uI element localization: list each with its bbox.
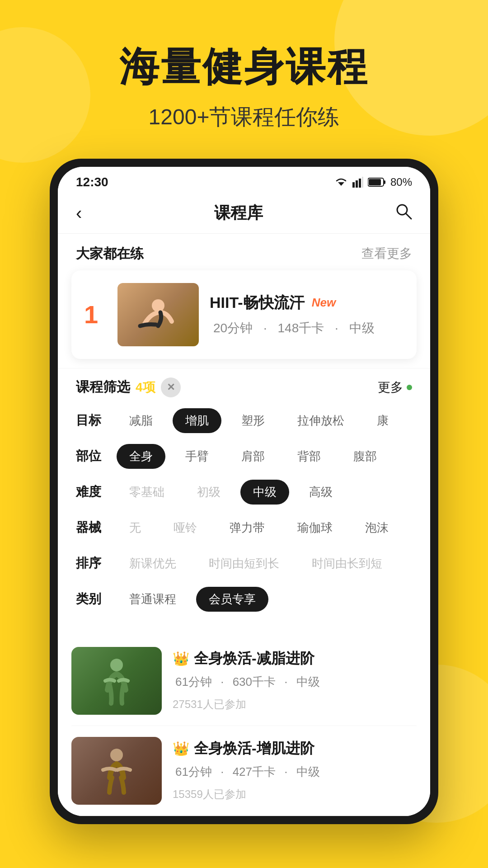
tag-fat-loss[interactable]: 减脂 xyxy=(117,408,165,433)
status-icons: 80% xyxy=(334,176,412,189)
filter-row-category: 类别 普通课程 会员专享 xyxy=(76,587,412,612)
svg-rect-6 xyxy=(384,180,385,184)
tag-member[interactable]: 会员专享 xyxy=(196,587,268,612)
tag-full-body[interactable]: 全身 xyxy=(117,444,165,469)
back-button[interactable]: ‹ xyxy=(76,203,82,223)
tag-back[interactable]: 背部 xyxy=(285,444,333,469)
filter-more[interactable]: 更多 xyxy=(378,379,412,396)
phone-mockup: 12:30 xyxy=(50,159,438,824)
course-title-1: 全身焕活-减脂进阶 xyxy=(194,649,314,669)
dot2: · xyxy=(284,675,287,689)
popular-section-header: 大家都在练 查看更多 xyxy=(58,234,430,270)
course-image-2 xyxy=(71,737,162,805)
filter-text: 课程筛选 xyxy=(76,378,130,396)
status-bar: 12:30 xyxy=(58,167,430,193)
tag-sort-new[interactable]: 新课优先 xyxy=(117,551,189,576)
search-icon xyxy=(395,203,412,220)
course-info-2: 👑 全身焕活-增肌进阶 61分钟 · 427千卡 · 中级 15359人已参加 xyxy=(173,737,417,805)
filter-more-label: 更多 xyxy=(378,379,403,396)
filter-clear-button[interactable]: ✕ xyxy=(161,377,181,397)
nav-bar: ‹ 课程库 xyxy=(58,193,430,234)
featured-duration: 20分钟 xyxy=(213,321,253,335)
featured-image xyxy=(117,283,199,346)
phone-screen: 12:30 xyxy=(58,167,430,816)
tag-dumbbell[interactable]: 哑铃 xyxy=(161,515,210,540)
signal-icon xyxy=(352,177,363,188)
filter-tags-difficulty: 零基础 初级 中级 高级 xyxy=(117,480,412,505)
tag-foam-roller[interactable]: 泡沫 xyxy=(352,515,401,540)
course-duration-2: 61分钟 xyxy=(175,765,212,778)
course-list: 👑 全身焕活-减脂进阶 61分钟 · 630千卡 · 中级 27531人已参加 xyxy=(58,632,430,816)
course-item-1[interactable]: 👑 全身焕活-减脂进阶 61分钟 · 630千卡 · 中级 27531人已参加 xyxy=(71,636,417,726)
tag-stretch[interactable]: 拉伸放松 xyxy=(285,408,357,433)
tag-muscle-gain[interactable]: 增肌 xyxy=(173,408,221,433)
course-level-2: 中级 xyxy=(296,765,320,778)
course-meta-1: 61分钟 · 630千卡 · 中级 xyxy=(173,674,417,690)
course-title-row-2: 👑 全身焕活-增肌进阶 xyxy=(173,739,417,759)
page-background: 海量健身课程 1200+节课程任你练 12:30 xyxy=(0,0,488,868)
dot-separator-2: · xyxy=(335,321,338,335)
tag-rehab[interactable]: 康 xyxy=(364,408,401,433)
tag-beginner[interactable]: 零基础 xyxy=(117,480,177,505)
tag-sort-short-to-long[interactable]: 时间由短到长 xyxy=(196,551,292,576)
svg-point-10 xyxy=(152,299,164,312)
svg-marker-0 xyxy=(338,182,344,186)
featured-rank: 1 xyxy=(84,300,107,329)
filter-category-difficulty: 难度 xyxy=(76,483,108,500)
header-section: 海量健身课程 1200+节课程任你练 xyxy=(0,0,488,159)
dot4: · xyxy=(284,765,287,778)
status-time: 12:30 xyxy=(76,175,108,189)
filter-tags-equipment: 无 哑铃 弹力带 瑜伽球 泡沫 xyxy=(117,515,412,540)
course-workout-1 xyxy=(85,654,148,708)
new-badge: New xyxy=(312,296,336,310)
filter-category-body: 部位 xyxy=(76,448,108,465)
svg-rect-4 xyxy=(362,177,363,188)
filter-section: 课程筛选 4项 ✕ 更多 目标 减脂 xyxy=(58,368,430,632)
svg-rect-7 xyxy=(369,179,381,185)
filter-label: 课程筛选 4项 ✕ xyxy=(76,377,181,397)
wifi-icon xyxy=(334,177,348,188)
filter-row-sort: 排序 新课优先 时间由短到长 时间由长到短 xyxy=(76,551,412,576)
tag-arms[interactable]: 手臂 xyxy=(173,444,221,469)
filter-category-type: 类别 xyxy=(76,590,108,608)
svg-line-9 xyxy=(406,213,411,219)
filter-tags-category: 普通课程 会员专享 xyxy=(117,587,412,612)
featured-course-title: HIIT-畅快流汗 xyxy=(210,292,305,313)
nav-title: 课程库 xyxy=(214,202,263,224)
crown-icon-1: 👑 xyxy=(173,651,189,666)
crown-icon-2: 👑 xyxy=(173,741,189,756)
tag-shoulders[interactable]: 肩部 xyxy=(229,444,277,469)
tag-intermediate[interactable]: 中级 xyxy=(240,480,289,505)
course-calories-1: 630千卡 xyxy=(233,675,276,689)
course-meta-2: 61分钟 · 427千卡 · 中级 xyxy=(173,764,417,780)
tag-regular[interactable]: 普通课程 xyxy=(117,587,189,612)
more-dot xyxy=(407,385,412,390)
svg-rect-3 xyxy=(359,179,361,188)
tag-abs[interactable]: 腹部 xyxy=(341,444,389,469)
main-title: 海量健身课程 xyxy=(0,45,488,89)
svg-rect-1 xyxy=(352,182,355,188)
tag-sort-long-to-short[interactable]: 时间由长到短 xyxy=(299,551,395,576)
filter-category-goal: 目标 xyxy=(76,412,108,429)
search-button[interactable] xyxy=(395,203,412,224)
filter-count: 4项 xyxy=(136,379,155,396)
phone-wrapper: 12:30 xyxy=(0,159,488,824)
filter-tags-sort: 新课优先 时间由短到长 时间由长到短 xyxy=(117,551,412,576)
tag-shape[interactable]: 塑形 xyxy=(229,408,277,433)
course-calories-2: 427千卡 xyxy=(233,765,276,778)
featured-calories: 148千卡 xyxy=(278,321,324,335)
tag-no-equipment[interactable]: 无 xyxy=(117,515,154,540)
popular-more[interactable]: 查看更多 xyxy=(361,245,412,262)
tag-yoga-ball[interactable]: 瑜伽球 xyxy=(285,515,345,540)
tag-advanced[interactable]: 高级 xyxy=(296,480,345,505)
battery-icon xyxy=(368,177,386,187)
dot1: · xyxy=(221,675,224,689)
tag-elementary[interactable]: 初级 xyxy=(184,480,233,505)
filter-row-goal: 目标 减脂 增肌 塑形 拉伸放松 康 xyxy=(76,408,412,433)
featured-card[interactable]: 1 xyxy=(71,270,417,359)
course-item-2[interactable]: 👑 全身焕活-增肌进阶 61分钟 · 427千卡 · 中级 15359人已参加 xyxy=(71,726,417,816)
filter-row-body: 部位 全身 手臂 肩部 背部 腹部 xyxy=(76,444,412,469)
course-image-1 xyxy=(71,647,162,715)
svg-point-11 xyxy=(110,659,123,671)
tag-resistance-band[interactable]: 弹力带 xyxy=(217,515,277,540)
